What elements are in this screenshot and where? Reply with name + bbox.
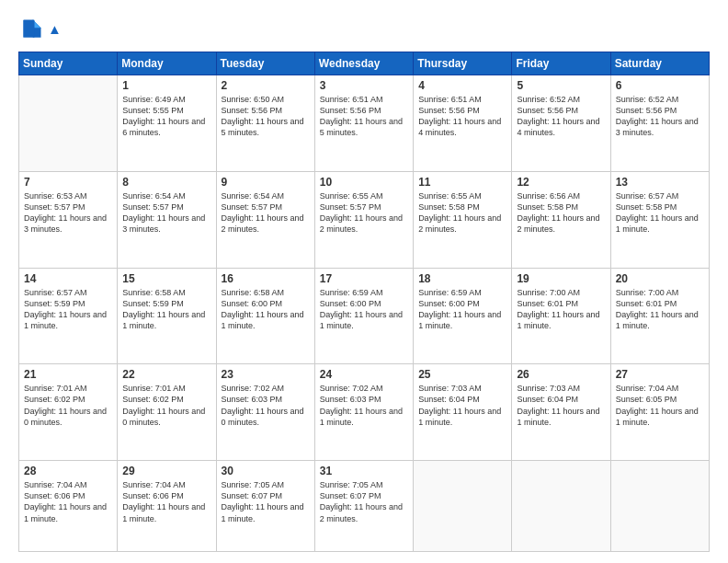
day-info: Sunrise: 7:00 AM Sunset: 6:01 PM Dayligh… [517, 287, 605, 332]
logo-icon [18, 17, 44, 42]
calendar-cell: 23Sunrise: 7:02 AM Sunset: 6:03 PM Dayli… [216, 364, 314, 461]
day-info: Sunrise: 7:04 AM Sunset: 6:05 PM Dayligh… [616, 383, 704, 428]
day-number: 17 [320, 272, 408, 285]
calendar-table: SundayMondayTuesdayWednesdayThursdayFrid… [18, 52, 710, 552]
day-number: 19 [517, 272, 605, 285]
day-number: 13 [616, 176, 704, 189]
calendar-cell [610, 461, 709, 552]
day-info: Sunrise: 7:02 AM Sunset: 6:03 PM Dayligh… [222, 383, 310, 428]
calendar-day-header: Friday [512, 52, 610, 75]
calendar-cell: 3Sunrise: 6:51 AM Sunset: 5:56 PM Daylig… [314, 75, 413, 172]
day-info: Sunrise: 6:55 AM Sunset: 5:57 PM Dayligh… [320, 190, 408, 236]
day-number: 24 [320, 368, 408, 381]
logo: ▲ [18, 17, 62, 42]
day-number: 2 [222, 79, 310, 92]
calendar-day-header: Wednesday [314, 52, 413, 75]
day-info: Sunrise: 7:00 AM Sunset: 6:01 PM Dayligh… [616, 287, 704, 332]
day-info: Sunrise: 6:53 AM Sunset: 5:57 PM Dayligh… [24, 190, 112, 236]
calendar-cell: 22Sunrise: 7:01 AM Sunset: 6:02 PM Dayli… [118, 364, 216, 461]
calendar-day-header: Tuesday [216, 52, 314, 75]
calendar-cell: 19Sunrise: 7:00 AM Sunset: 6:01 PM Dayli… [512, 268, 610, 364]
day-info: Sunrise: 6:50 AM Sunset: 5:56 PM Dayligh… [222, 94, 310, 139]
calendar-cell [512, 461, 610, 552]
calendar-week-row: 28Sunrise: 7:04 AM Sunset: 6:06 PM Dayli… [19, 461, 710, 552]
calendar-day-header: Saturday [610, 52, 709, 75]
day-info: Sunrise: 7:02 AM Sunset: 6:03 PM Dayligh… [320, 383, 408, 428]
day-number: 11 [418, 176, 506, 189]
calendar-week-row: 1Sunrise: 6:49 AM Sunset: 5:55 PM Daylig… [19, 75, 710, 172]
calendar-cell: 12Sunrise: 6:56 AM Sunset: 5:58 PM Dayli… [512, 171, 610, 268]
calendar-cell: 7Sunrise: 6:53 AM Sunset: 5:57 PM Daylig… [19, 171, 118, 268]
day-info: Sunrise: 6:54 AM Sunset: 5:57 PM Dayligh… [222, 190, 310, 236]
day-number: 26 [517, 368, 605, 381]
calendar-week-row: 14Sunrise: 6:57 AM Sunset: 5:59 PM Dayli… [19, 268, 710, 364]
calendar-cell: 10Sunrise: 6:55 AM Sunset: 5:57 PM Dayli… [314, 171, 413, 268]
calendar-cell: 21Sunrise: 7:01 AM Sunset: 6:02 PM Dayli… [19, 364, 118, 461]
calendar-cell: 9Sunrise: 6:54 AM Sunset: 5:57 PM Daylig… [216, 171, 314, 268]
day-number: 31 [320, 465, 408, 477]
day-info: Sunrise: 7:03 AM Sunset: 6:04 PM Dayligh… [517, 383, 605, 428]
day-info: Sunrise: 7:04 AM Sunset: 6:06 PM Dayligh… [122, 479, 210, 524]
day-number: 5 [517, 79, 605, 92]
calendar-day-header: Thursday [414, 52, 512, 75]
calendar-cell: 14Sunrise: 6:57 AM Sunset: 5:59 PM Dayli… [19, 268, 118, 364]
day-number: 4 [418, 79, 506, 92]
day-number: 6 [616, 79, 704, 92]
day-info: Sunrise: 6:54 AM Sunset: 5:57 PM Dayligh… [122, 190, 210, 236]
calendar-cell: 17Sunrise: 6:59 AM Sunset: 6:00 PM Dayli… [314, 268, 413, 364]
day-info: Sunrise: 6:57 AM Sunset: 5:59 PM Dayligh… [24, 287, 112, 332]
day-info: Sunrise: 6:49 AM Sunset: 5:55 PM Dayligh… [122, 94, 210, 139]
day-info: Sunrise: 7:03 AM Sunset: 6:04 PM Dayligh… [418, 383, 506, 428]
calendar-cell: 1Sunrise: 6:49 AM Sunset: 5:55 PM Daylig… [118, 75, 216, 172]
day-number: 10 [320, 176, 408, 189]
day-info: Sunrise: 6:59 AM Sunset: 6:00 PM Dayligh… [320, 287, 408, 332]
day-info: Sunrise: 7:04 AM Sunset: 6:06 PM Dayligh… [24, 479, 112, 524]
day-info: Sunrise: 6:52 AM Sunset: 5:56 PM Dayligh… [616, 94, 704, 139]
day-number: 23 [222, 368, 310, 381]
day-number: 8 [122, 176, 210, 189]
day-number: 3 [320, 79, 408, 92]
calendar-cell: 8Sunrise: 6:54 AM Sunset: 5:57 PM Daylig… [118, 171, 216, 268]
calendar-cell: 13Sunrise: 6:57 AM Sunset: 5:58 PM Dayli… [610, 171, 709, 268]
day-number: 15 [122, 272, 210, 285]
day-number: 16 [222, 272, 310, 285]
calendar-cell: 16Sunrise: 6:58 AM Sunset: 6:00 PM Dayli… [216, 268, 314, 364]
day-info: Sunrise: 6:52 AM Sunset: 5:56 PM Dayligh… [517, 94, 605, 139]
calendar-cell: 4Sunrise: 6:51 AM Sunset: 5:56 PM Daylig… [414, 75, 512, 172]
calendar-cell: 11Sunrise: 6:55 AM Sunset: 5:58 PM Dayli… [414, 171, 512, 268]
calendar-cell [414, 461, 512, 552]
day-info: Sunrise: 6:51 AM Sunset: 5:56 PM Dayligh… [418, 94, 506, 139]
calendar-header-row: SundayMondayTuesdayWednesdayThursdayFrid… [19, 52, 710, 75]
calendar-cell: 18Sunrise: 6:59 AM Sunset: 6:00 PM Dayli… [414, 268, 512, 364]
calendar-cell: 28Sunrise: 7:04 AM Sunset: 6:06 PM Dayli… [19, 461, 118, 552]
day-info: Sunrise: 6:55 AM Sunset: 5:58 PM Dayligh… [418, 190, 506, 236]
day-info: Sunrise: 6:57 AM Sunset: 5:58 PM Dayligh… [616, 190, 704, 236]
calendar-cell: 26Sunrise: 7:03 AM Sunset: 6:04 PM Dayli… [512, 364, 610, 461]
day-number: 28 [24, 465, 112, 477]
calendar-week-row: 21Sunrise: 7:01 AM Sunset: 6:02 PM Dayli… [19, 364, 710, 461]
day-info: Sunrise: 7:05 AM Sunset: 6:07 PM Dayligh… [320, 479, 408, 524]
calendar-cell: 31Sunrise: 7:05 AM Sunset: 6:07 PM Dayli… [314, 461, 413, 552]
day-info: Sunrise: 6:51 AM Sunset: 5:56 PM Dayligh… [320, 94, 408, 139]
calendar-cell: 5Sunrise: 6:52 AM Sunset: 5:56 PM Daylig… [512, 75, 610, 172]
calendar-cell: 30Sunrise: 7:05 AM Sunset: 6:07 PM Dayli… [216, 461, 314, 552]
calendar-cell: 20Sunrise: 7:00 AM Sunset: 6:01 PM Dayli… [610, 268, 709, 364]
day-number: 27 [616, 368, 704, 381]
day-number: 1 [122, 79, 210, 92]
day-number: 14 [24, 272, 112, 285]
calendar-day-header: Monday [118, 52, 216, 75]
day-info: Sunrise: 6:58 AM Sunset: 5:59 PM Dayligh… [122, 287, 210, 332]
day-info: Sunrise: 6:56 AM Sunset: 5:58 PM Dayligh… [517, 190, 605, 236]
day-number: 22 [122, 368, 210, 381]
day-number: 7 [24, 176, 112, 189]
calendar-cell: 24Sunrise: 7:02 AM Sunset: 6:03 PM Dayli… [314, 364, 413, 461]
day-info: Sunrise: 7:01 AM Sunset: 6:02 PM Dayligh… [24, 383, 112, 428]
day-info: Sunrise: 6:58 AM Sunset: 6:00 PM Dayligh… [222, 287, 310, 332]
day-info: Sunrise: 6:59 AM Sunset: 6:00 PM Dayligh… [418, 287, 506, 332]
calendar-cell: 25Sunrise: 7:03 AM Sunset: 6:04 PM Dayli… [414, 364, 512, 461]
calendar-cell: 15Sunrise: 6:58 AM Sunset: 5:59 PM Dayli… [118, 268, 216, 364]
calendar-week-row: 7Sunrise: 6:53 AM Sunset: 5:57 PM Daylig… [19, 171, 710, 268]
header: ▲ [18, 17, 710, 42]
day-number: 25 [418, 368, 506, 381]
calendar-cell: 6Sunrise: 6:52 AM Sunset: 5:56 PM Daylig… [610, 75, 709, 172]
